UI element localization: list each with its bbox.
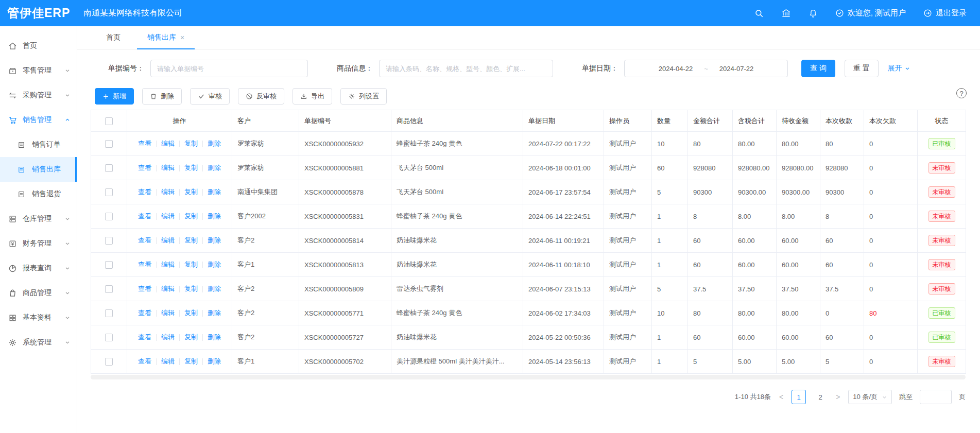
row-action-0[interactable]: 查看: [138, 260, 151, 269]
action-separator: [202, 310, 203, 317]
table-row: 查看编辑复制删除罗莱家纺XSCK00000005881飞天茅台 500ml202…: [91, 156, 966, 180]
select-all-checkbox[interactable]: [105, 117, 113, 125]
row-checkbox[interactable]: [105, 188, 113, 196]
sidebar-item-sales-return[interactable]: 销售退货: [0, 182, 77, 206]
page-size-select[interactable]: 10 条/页: [848, 390, 892, 404]
row-checkbox[interactable]: [105, 140, 113, 148]
sidebar-item-retail[interactable]: 零售管理: [0, 58, 77, 83]
row-action-0[interactable]: 查看: [138, 284, 151, 293]
sidebar-item-reports[interactable]: 报表查询: [0, 256, 77, 281]
row-action-1[interactable]: 编辑: [161, 163, 175, 172]
order-no-input[interactable]: [150, 60, 308, 77]
tab-sales-outbound[interactable]: 销售出库 ×: [134, 26, 198, 49]
unaudit-button[interactable]: 反审核: [238, 88, 284, 105]
row-action-1[interactable]: 编辑: [161, 187, 175, 197]
row-action-2[interactable]: 复制: [184, 284, 198, 293]
jump-page-input[interactable]: [920, 390, 952, 404]
product-info-input[interactable]: [379, 60, 553, 77]
cell-date: 2024-05-14 23:56:13: [523, 350, 604, 374]
column-settings-button[interactable]: 列设置: [340, 88, 387, 105]
sidebar-item-products[interactable]: 商品管理: [0, 281, 77, 305]
date-range-picker[interactable]: 2024-04-22 ~ 2024-07-22: [624, 60, 788, 77]
row-action-3[interactable]: 删除: [208, 163, 221, 172]
row-action-1[interactable]: 编辑: [161, 212, 175, 221]
row-checkbox[interactable]: [105, 309, 113, 317]
row-action-1[interactable]: 编辑: [161, 260, 175, 269]
row-checkbox[interactable]: [105, 237, 113, 245]
welcome-user[interactable]: 欢迎您, 测试用户: [835, 8, 906, 18]
export-button[interactable]: 导出: [293, 88, 332, 105]
page-2[interactable]: 2: [813, 390, 828, 404]
help-icon[interactable]: ?: [956, 88, 967, 98]
row-action-3[interactable]: 删除: [208, 308, 221, 318]
row-action-0[interactable]: 查看: [138, 357, 151, 366]
expand-toggle[interactable]: 展开: [888, 64, 910, 73]
row-action-3[interactable]: 删除: [208, 187, 221, 197]
reset-button[interactable]: 重 置: [845, 60, 879, 77]
row-action-3[interactable]: 删除: [208, 139, 221, 148]
page-1[interactable]: 1: [792, 390, 806, 404]
row-checkbox[interactable]: [105, 261, 113, 269]
sidebar-item-warehouse[interactable]: 仓库管理: [0, 206, 77, 231]
row-action-2[interactable]: 复制: [184, 260, 198, 269]
next-page-icon[interactable]: >: [835, 393, 841, 401]
cell-operator: 测试用户: [604, 325, 652, 350]
search-button[interactable]: 查 询: [801, 60, 835, 77]
row-action-1[interactable]: 编辑: [161, 284, 175, 293]
row-checkbox[interactable]: [105, 213, 113, 220]
action-separator: [179, 262, 180, 268]
sidebar-item-sales-outbound[interactable]: 销售出库: [0, 157, 77, 182]
sidebar-item-sales-order[interactable]: 销售订单: [0, 132, 77, 157]
row-action-0[interactable]: 查看: [138, 212, 151, 221]
sidebar-item-finance[interactable]: 财务管理: [0, 231, 77, 256]
close-icon[interactable]: ×: [180, 33, 184, 42]
row-action-2[interactable]: 复制: [184, 163, 198, 172]
row-action-3[interactable]: 删除: [208, 260, 221, 269]
row-action-0[interactable]: 查看: [138, 139, 151, 148]
row-action-3[interactable]: 删除: [208, 212, 221, 221]
row-action-1[interactable]: 编辑: [161, 236, 175, 245]
row-action-2[interactable]: 复制: [184, 333, 198, 342]
row-action-2[interactable]: 复制: [184, 187, 198, 197]
row-action-3[interactable]: 删除: [208, 284, 221, 293]
bank-icon[interactable]: [781, 8, 791, 18]
search-icon[interactable]: [754, 9, 764, 18]
row-action-1[interactable]: 编辑: [161, 333, 175, 342]
col-customer: 客户: [232, 110, 299, 132]
tab-home[interactable]: 首页: [93, 26, 134, 49]
sidebar-item-home[interactable]: 首页: [0, 33, 77, 58]
prev-page-icon[interactable]: <: [778, 393, 784, 401]
row-action-0[interactable]: 查看: [138, 236, 151, 245]
row-action-0[interactable]: 查看: [138, 308, 151, 318]
row-action-0[interactable]: 查看: [138, 333, 151, 342]
row-action-3[interactable]: 删除: [208, 357, 221, 366]
row-action-3[interactable]: 删除: [208, 236, 221, 245]
row-checkbox[interactable]: [105, 358, 113, 366]
horizontal-scrollbar[interactable]: [91, 375, 966, 379]
sidebar-item-basic-data[interactable]: 基本资料: [0, 305, 77, 330]
row-action-0[interactable]: 查看: [138, 187, 151, 197]
logout-button[interactable]: 退出登录: [923, 8, 967, 18]
row-action-0[interactable]: 查看: [138, 163, 151, 172]
row-action-1[interactable]: 编辑: [161, 139, 175, 148]
row-action-2[interactable]: 复制: [184, 212, 198, 221]
row-action-1[interactable]: 编辑: [161, 308, 175, 318]
col-amount-tax: 含税合计: [733, 110, 777, 132]
row-checkbox[interactable]: [105, 334, 113, 341]
row-action-3[interactable]: 删除: [208, 333, 221, 342]
row-action-2[interactable]: 复制: [184, 308, 198, 318]
add-button[interactable]: 新增: [95, 88, 134, 105]
row-action-1[interactable]: 编辑: [161, 357, 175, 366]
sidebar-item-purchase[interactable]: 采购管理: [0, 83, 77, 108]
sidebar-item-sales[interactable]: 销售管理: [0, 108, 77, 132]
row-checkbox[interactable]: [105, 164, 113, 172]
row-action-2[interactable]: 复制: [184, 139, 198, 148]
row-action-2[interactable]: 复制: [184, 236, 198, 245]
audit-button[interactable]: 审核: [190, 88, 230, 105]
sidebar-item-system[interactable]: 系统管理: [0, 330, 77, 355]
delete-button[interactable]: 删除: [142, 88, 182, 105]
row-action-2[interactable]: 复制: [184, 357, 198, 366]
date-label: 单据日期：: [582, 64, 618, 73]
row-checkbox[interactable]: [105, 285, 113, 293]
bell-icon[interactable]: [809, 9, 818, 18]
